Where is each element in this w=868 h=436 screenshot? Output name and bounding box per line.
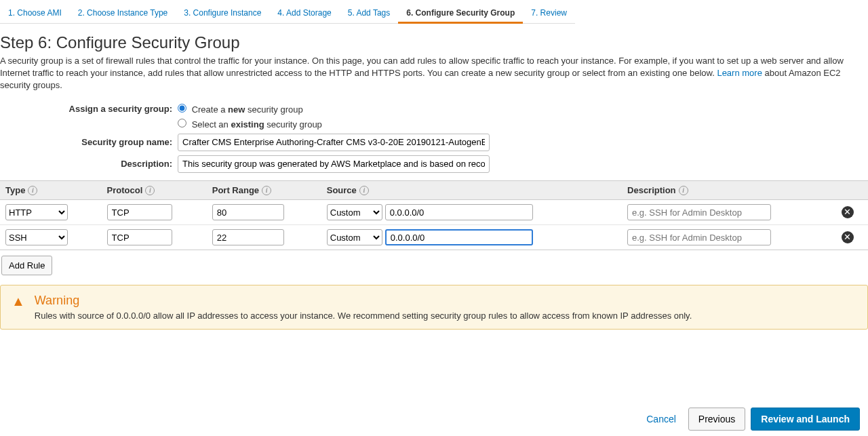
- source-type-select[interactable]: Custom: [327, 204, 382, 220]
- col-source: Sourcei: [321, 180, 622, 200]
- type-select[interactable]: HTTP: [5, 204, 68, 220]
- info-icon[interactable]: i: [28, 186, 37, 195]
- rules-table: Typei Protocoli Port Rangei Sourcei Desc…: [0, 180, 868, 251]
- radio-create-new[interactable]: Create a new security group: [178, 104, 303, 115]
- assign-label: Assign a security group:: [0, 104, 178, 114]
- step-add-tags[interactable]: 5. Add Tags: [340, 4, 399, 24]
- security-group-name-input[interactable]: [178, 134, 490, 151]
- cancel-button[interactable]: Cancel: [639, 408, 683, 430]
- previous-button[interactable]: Previous: [688, 408, 745, 431]
- description-input[interactable]: [178, 155, 490, 173]
- source-type-select[interactable]: Custom: [327, 229, 382, 245]
- source-ip-input[interactable]: [385, 204, 533, 220]
- protocol-input[interactable]: [107, 204, 172, 220]
- wizard-steps: 1. Choose AMI 2. Choose Instance Type 3.…: [0, 0, 868, 24]
- table-row: HTTP Custom ✕: [0, 200, 868, 225]
- source-ip-input[interactable]: [385, 229, 533, 245]
- col-protocol: Protocoli: [102, 180, 207, 200]
- warning-title: Warning: [35, 294, 692, 308]
- footer: Cancel Previous Review and Launch: [639, 408, 860, 431]
- table-row: SSH Custom ✕: [0, 225, 868, 250]
- warning-text: Rules with source of 0.0.0.0/0 allow all…: [35, 311, 692, 321]
- step-configure-security-group[interactable]: 6. Configure Security Group: [398, 4, 523, 24]
- description-label: Description:: [0, 159, 178, 169]
- port-input[interactable]: [212, 229, 284, 245]
- info-icon[interactable]: i: [359, 186, 369, 195]
- remove-rule-icon[interactable]: ✕: [842, 206, 854, 218]
- step-add-storage[interactable]: 4. Add Storage: [269, 4, 339, 24]
- step-review[interactable]: 7. Review: [523, 4, 575, 24]
- page-title: Step 6: Configure Security Group: [0, 24, 868, 55]
- type-select[interactable]: SSH: [5, 229, 68, 245]
- protocol-input[interactable]: [107, 229, 172, 245]
- sg-name-label: Security group name:: [0, 137, 178, 147]
- step-configure-instance[interactable]: 3. Configure Instance: [176, 4, 269, 24]
- rule-description-input[interactable]: [627, 229, 771, 245]
- info-icon[interactable]: i: [679, 186, 688, 195]
- learn-more-link[interactable]: Learn more: [717, 68, 762, 78]
- warning-box: ▲ Warning Rules with source of 0.0.0.0/0…: [0, 285, 868, 330]
- radio-existing-input[interactable]: [178, 119, 186, 127]
- info-icon[interactable]: i: [145, 186, 155, 195]
- step-choose-ami[interactable]: 1. Choose AMI: [0, 4, 70, 24]
- add-rule-button[interactable]: Add Rule: [1, 256, 52, 275]
- radio-select-existing[interactable]: Select an existing security group: [178, 119, 322, 130]
- remove-rule-icon[interactable]: ✕: [842, 231, 854, 243]
- step-choose-instance-type[interactable]: 2. Choose Instance Type: [70, 4, 176, 24]
- radio-create-input[interactable]: [178, 104, 186, 113]
- page-description: A security group is a set of firewall ru…: [0, 55, 868, 99]
- info-icon[interactable]: i: [262, 186, 271, 195]
- rule-description-input[interactable]: [627, 204, 771, 220]
- port-input[interactable]: [212, 204, 284, 220]
- review-and-launch-button[interactable]: Review and Launch: [751, 408, 860, 431]
- col-type: Typei: [0, 180, 102, 200]
- col-port-range: Port Rangei: [207, 180, 321, 200]
- warning-icon: ▲: [12, 294, 25, 309]
- col-description: Descriptioni: [622, 180, 836, 200]
